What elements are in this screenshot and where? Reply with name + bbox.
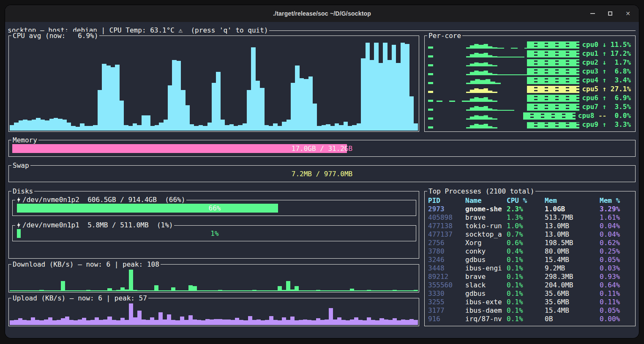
maximize-button[interactable] — [607, 10, 614, 17]
process-name: ibus-engi — [465, 264, 507, 273]
chart-bar — [396, 63, 400, 131]
chart-bar — [10, 290, 14, 291]
process-mem: 9.2MB — [545, 264, 600, 273]
chart-bar — [171, 287, 175, 291]
chart-bar — [401, 319, 405, 325]
swap-panel: Swap 7.2MB / 977.0MB 7.2MB / 977.0MB — [8, 165, 636, 182]
chart-bar — [346, 290, 350, 291]
core-row: cpu4 ↑ 3.4% — [427, 76, 631, 85]
disk-box-nvme0n1p1: /dev/nvme0n1p1 5.8MB / 511.0MB (1%) 1% 1… — [12, 225, 416, 241]
chart-bar — [257, 290, 261, 291]
process-name: gdbus — [465, 289, 507, 298]
chart-bar — [74, 320, 78, 325]
chart-bar — [388, 290, 393, 291]
chart-bar — [32, 120, 36, 131]
process-memp: 3.29% — [600, 205, 633, 213]
chart-bar — [82, 318, 86, 325]
process-row: 3177 ibus-daem 0.1% 15.4MB 0.05% — [428, 306, 633, 315]
process-name: socktop_a — [465, 230, 507, 239]
chart-bar — [27, 290, 31, 291]
chart-bar — [99, 290, 103, 291]
chart-bar — [278, 320, 282, 325]
core-label: cpu4 ↑ 3.4% — [582, 76, 631, 85]
chart-bar — [95, 317, 99, 325]
sparkline-blip — [428, 117, 433, 120]
process-pid: 89212 — [428, 273, 465, 281]
chart-bar — [222, 290, 226, 291]
chart-bar — [229, 124, 234, 131]
chart-bar — [256, 81, 260, 131]
chart-bar — [367, 317, 371, 325]
chart-bar — [370, 60, 374, 131]
swap-gauge-label: 7.2MB / 977.0MB — [12, 169, 632, 178]
chart-bar — [388, 320, 393, 325]
chart-bar — [333, 319, 337, 325]
chart-bar — [111, 67, 115, 131]
chart-bar — [243, 123, 247, 131]
chart-bar — [184, 290, 188, 291]
core-row: cpu0 ↓ 11.5% — [427, 40, 631, 49]
chart-bar — [95, 290, 99, 291]
memory-gauge-label-overlay: 17.0GB / 31.2GB — [12, 144, 347, 153]
process-mem: 513.7MB — [545, 213, 600, 222]
sparkline-hill — [466, 69, 497, 75]
sparkline-hill — [466, 52, 497, 57]
chart-bar — [405, 320, 409, 325]
chart-bar — [231, 320, 235, 325]
process-memp: 0.05% — [600, 306, 633, 315]
chart-bar — [348, 126, 352, 131]
chart-bar — [74, 290, 78, 291]
chart-bar — [98, 90, 102, 131]
sparkline-blip — [428, 109, 433, 111]
chart-bar — [235, 290, 239, 291]
chart-bar — [282, 317, 286, 325]
memory-panel: Memory 17.0GB / 31.2GB 17.0GB / 31.2GB — [8, 140, 636, 157]
disk-box-nvme0n1p2: /dev/nvme0n1p2 606.5GB / 914.4GB (66%) 6… — [12, 200, 416, 216]
chart-bar — [290, 317, 295, 325]
minimize-icon — [590, 13, 595, 14]
chart-bar — [31, 290, 35, 291]
chart-bar — [238, 125, 242, 131]
disk2-gauge: 1% 1% — [17, 229, 412, 238]
swap-title: Swap — [11, 161, 30, 170]
sparkline-hill — [466, 43, 497, 49]
chart-bar — [201, 290, 205, 291]
chart-bar — [379, 318, 384, 325]
chart-bar — [106, 66, 111, 131]
process-mem: 298.3MB — [545, 273, 600, 281]
process-table: PID Name CPU % Mem Mem % 2973 gnome-she … — [428, 197, 633, 324]
process-cpu: 0.4% — [507, 247, 545, 256]
chart-bar — [69, 290, 74, 291]
sparkline-hill — [466, 96, 497, 102]
process-row: 477138 tokio-run 1.0% 13.0MB 0.04% — [428, 222, 633, 230]
core-sparkline — [427, 49, 579, 58]
chart-bar — [225, 125, 229, 131]
chart-bar — [366, 43, 370, 131]
chart-bar — [265, 290, 269, 291]
chart-bar — [14, 320, 18, 325]
sparkline-blip — [428, 73, 433, 75]
chart-bar — [216, 72, 220, 131]
chart-bar — [397, 290, 401, 291]
process-memp: 0.00% — [600, 315, 633, 323]
close-button[interactable]: ✕ — [625, 10, 631, 17]
process-cpu: 0.1% — [507, 256, 545, 264]
chart-bar — [181, 90, 185, 131]
chart-bar — [218, 319, 222, 325]
chart-bar — [257, 319, 261, 325]
sparkline-hill — [466, 123, 497, 128]
disk2-title-text: /dev/nvme0n1p1 5.8MB / 511.0MB (1%) — [22, 221, 173, 229]
chart-bar — [384, 290, 388, 291]
chart-bar — [261, 320, 265, 325]
minimize-button[interactable] — [589, 10, 596, 17]
chart-bar — [295, 66, 299, 131]
process-cpu: CPU % — [507, 197, 545, 205]
chart-bar — [120, 101, 124, 131]
chart-bar — [133, 317, 137, 325]
chart-bar — [363, 290, 367, 291]
core-sparkline — [427, 93, 579, 102]
chart-bar — [363, 320, 367, 325]
process-name: ibus-exte — [465, 298, 507, 306]
chart-bar — [316, 318, 320, 325]
chart-bar — [269, 126, 273, 131]
